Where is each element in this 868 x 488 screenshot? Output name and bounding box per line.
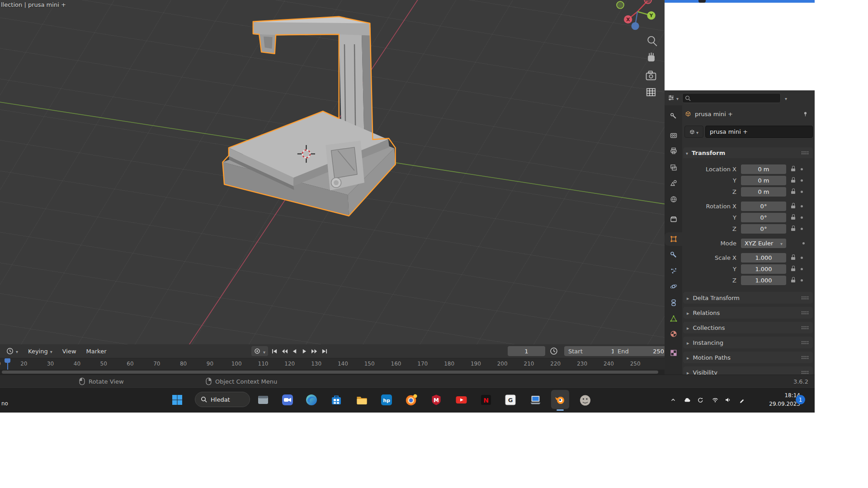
properties-filter-button[interactable] xyxy=(668,94,679,102)
tab-texture[interactable] xyxy=(665,346,682,360)
lock-icon[interactable] xyxy=(791,178,795,183)
tab-scene[interactable] xyxy=(665,176,682,190)
keying-set-dropdown[interactable] xyxy=(263,347,265,356)
tray-chevron-up-icon[interactable] xyxy=(669,396,677,404)
animate-dot-icon[interactable] xyxy=(801,168,803,170)
hp-icon[interactable]: hp xyxy=(380,394,393,406)
id-type-selector[interactable] xyxy=(684,126,703,138)
location-y-field[interactable]: 0 m xyxy=(741,176,786,185)
navigation-gizmo[interactable]: X Y xyxy=(617,0,656,30)
tab-output[interactable] xyxy=(665,144,682,158)
tab-object[interactable] xyxy=(665,232,682,246)
rotation-y-field[interactable]: 0° xyxy=(741,213,786,222)
section-motion-paths[interactable]: Motion Paths xyxy=(683,352,813,363)
panel-drag-grip[interactable] xyxy=(801,341,809,344)
blender-icon[interactable] xyxy=(554,394,566,406)
section-collections[interactable]: Collections xyxy=(683,322,813,333)
menu-keying[interactable]: Keying xyxy=(24,348,57,355)
scale-z-field[interactable]: 1.000 xyxy=(741,276,786,285)
frame-end-field[interactable]: End 250 xyxy=(613,346,668,356)
toggle-ortho-grid-icon[interactable] xyxy=(647,89,655,96)
pin-icon[interactable] xyxy=(802,111,808,117)
tab-material[interactable] xyxy=(665,327,682,341)
animate-dot-icon[interactable] xyxy=(801,257,803,259)
gizmo-axis-y-neg[interactable] xyxy=(617,1,624,9)
lock-icon[interactable] xyxy=(791,190,795,194)
animate-dot-icon[interactable] xyxy=(801,279,803,282)
pan-hand-icon[interactable] xyxy=(648,52,655,61)
panel-drag-grip[interactable] xyxy=(801,311,809,314)
timeline-ruler[interactable]: 1020304050607080901001101201301401501601… xyxy=(0,358,665,370)
lock-icon[interactable] xyxy=(791,204,795,208)
gimp-icon[interactable] xyxy=(579,394,591,406)
laptop-app-icon[interactable] xyxy=(529,394,542,406)
auto-key-record-icon[interactable] xyxy=(254,348,260,354)
lock-icon[interactable] xyxy=(791,167,795,171)
tab-view-layer[interactable] xyxy=(665,161,682,174)
firefox-icon[interactable] xyxy=(405,394,418,406)
panel-drag-grip[interactable] xyxy=(801,326,809,329)
zoom-icon[interactable] xyxy=(648,37,657,46)
frame-start-field[interactable]: Start 1 xyxy=(564,346,619,356)
tab-physics[interactable] xyxy=(665,280,682,293)
animate-dot-icon[interactable] xyxy=(802,242,805,244)
taskbar-search[interactable]: Hledat xyxy=(195,392,250,407)
tab-object-data[interactable] xyxy=(665,312,682,325)
scale-x-field[interactable]: 1.000 xyxy=(741,253,786,263)
location-x-field[interactable]: 0 m xyxy=(741,164,786,174)
transform-panel-header[interactable]: Transform xyxy=(683,147,813,158)
animate-dot-icon[interactable] xyxy=(801,191,803,193)
section-visibility[interactable]: Visibility xyxy=(683,366,813,375)
file-explorer-icon[interactable] xyxy=(355,394,368,406)
properties-options-dropdown[interactable] xyxy=(785,94,787,102)
notification-count-badge[interactable]: 1 xyxy=(796,395,805,404)
edge-icon[interactable] xyxy=(305,394,318,406)
lock-icon[interactable] xyxy=(791,227,795,231)
netflix-icon[interactable]: N xyxy=(480,394,492,406)
breadcrumb-object-name[interactable]: prusa mini + xyxy=(695,111,733,117)
properties-search[interactable] xyxy=(682,93,781,103)
lock-icon[interactable] xyxy=(791,216,795,220)
scale-y-field[interactable]: 1.000 xyxy=(741,264,786,274)
lock-icon[interactable] xyxy=(791,278,795,282)
gizmo-axis-x-neg[interactable] xyxy=(644,0,651,4)
rotation-x-field[interactable]: 0° xyxy=(741,202,786,211)
location-z-field[interactable]: 0 m xyxy=(741,187,786,197)
gizmo-axis-z[interactable] xyxy=(632,22,639,30)
youtube-icon[interactable] xyxy=(455,394,467,406)
sync-icon[interactable] xyxy=(696,396,704,404)
panel-drag-grip[interactable] xyxy=(801,151,809,155)
object-name-field[interactable]: prusa mini + xyxy=(705,126,813,138)
play-reverse-icon[interactable] xyxy=(291,348,298,354)
animate-dot-icon[interactable] xyxy=(801,179,803,182)
lock-icon[interactable] xyxy=(791,256,795,260)
pen-icon[interactable] xyxy=(738,396,746,404)
timeline-scrollbar-thumb[interactable] xyxy=(2,371,658,374)
tab-constraints[interactable] xyxy=(665,296,682,310)
rotation-mode-dropdown[interactable]: XYZ Euler xyxy=(741,239,786,248)
current-frame-field[interactable]: 1 xyxy=(508,346,545,356)
jump-to-start-icon[interactable] xyxy=(271,348,278,354)
mcafee-icon[interactable]: M xyxy=(430,394,443,406)
menu-view[interactable]: View xyxy=(58,348,81,355)
wifi-icon[interactable] xyxy=(711,396,719,404)
panel-drag-grip[interactable] xyxy=(801,356,809,359)
panel-drag-grip[interactable] xyxy=(801,371,809,374)
tab-particles[interactable] xyxy=(665,264,682,277)
viewport-3d[interactable]: X Y xyxy=(0,0,665,344)
tab-tool[interactable] xyxy=(665,109,682,123)
onedrive-cloud-icon[interactable] xyxy=(683,396,691,404)
tab-render[interactable] xyxy=(665,129,682,142)
microsoft-store-icon[interactable] xyxy=(330,394,343,406)
editor-type-button[interactable] xyxy=(2,347,23,355)
panel-drag-grip[interactable] xyxy=(801,296,809,300)
g-app-icon[interactable]: G xyxy=(504,394,517,406)
tab-collection[interactable] xyxy=(665,212,682,226)
section-delta-transform[interactable]: Delta Transform xyxy=(683,292,813,304)
rotation-z-field[interactable]: 0° xyxy=(741,224,786,234)
play-icon[interactable] xyxy=(301,348,308,354)
tab-modifiers[interactable] xyxy=(665,248,682,262)
search-input[interactable] xyxy=(682,93,781,103)
menu-marker[interactable]: Marker xyxy=(82,348,111,355)
section-instancing[interactable]: Instancing xyxy=(683,337,813,348)
